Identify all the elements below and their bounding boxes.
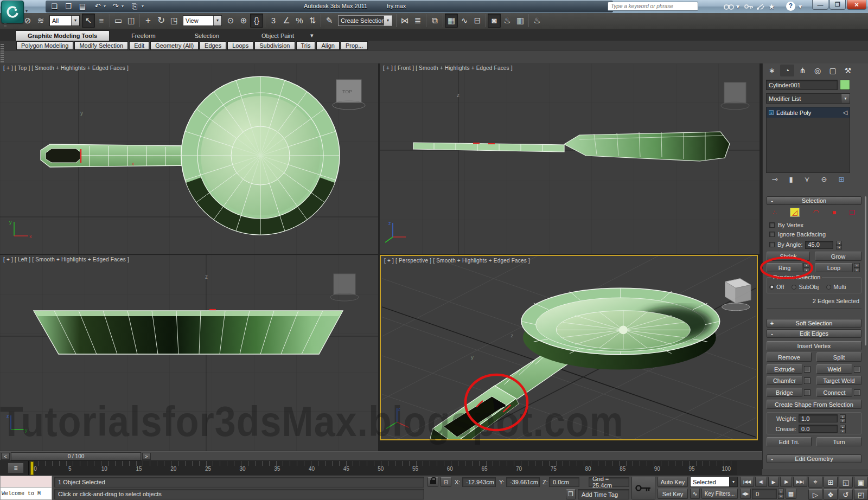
split-button[interactable]: Split (816, 352, 861, 362)
undo-dropdown-icon[interactable]: ▾ (102, 2, 107, 11)
loop-button[interactable]: Loop (815, 263, 853, 272)
modify-tab-icon[interactable]: ◔ (780, 65, 794, 76)
ribbon-panel-button[interactable]: Geometry (All) (150, 41, 199, 50)
tab-object-paint[interactable]: Object Paint (250, 31, 306, 41)
select-by-name-icon[interactable]: ≡ (95, 14, 108, 28)
tab-freeform[interactable]: Freeform (119, 31, 168, 41)
key-filters-button[interactable]: Key Filters... (701, 489, 738, 499)
vertex-subobject-icon[interactable]: ∴ (773, 209, 777, 216)
snaps-toggle-icon[interactable]: 3 (267, 14, 280, 28)
polygon-subobject-icon[interactable]: ■ (832, 209, 836, 216)
weight-spinner[interactable]: ▴▾ (840, 414, 846, 422)
chamfer-button[interactable]: Chamfer (767, 376, 802, 385)
go-to-end-button[interactable]: ▶▶| (793, 477, 807, 487)
extrude-settings-button[interactable] (804, 366, 810, 373)
z-coord-field[interactable]: 0.0cm (549, 477, 579, 487)
pan-model-left-view[interactable] (34, 310, 343, 354)
target-weld-button[interactable]: Target Weld (816, 376, 861, 385)
y-coord-field[interactable]: -39.661cm (506, 477, 540, 487)
crease-spinner[interactable]: ▴▾ (840, 425, 846, 433)
spin-up-icon[interactable]: ▴ (836, 241, 842, 245)
graphite-modeling-tools-toggle-icon[interactable]: ▦ (445, 14, 458, 28)
by-angle-checkbox[interactable] (769, 242, 775, 247)
time-slider-button[interactable]: 0 / 100 (11, 452, 141, 460)
save-file-icon[interactable]: ▤ (77, 2, 88, 11)
viewport-front-label[interactable]: [ + ] [ Front ] [ Smooth + Highlights + … (383, 65, 513, 71)
ribbon-minimize-icon[interactable]: ▾ (306, 30, 318, 41)
fetch-dropdown-icon[interactable]: ▾ (140, 2, 145, 11)
angle-snap-icon[interactable]: ∠ (280, 14, 293, 28)
bind-to-space-warp-icon[interactable]: ≋ (34, 14, 47, 28)
minimize-button[interactable]: — (812, 0, 828, 10)
align-icon[interactable]: ≣ (411, 14, 424, 28)
element-subobject-icon[interactable]: ❒ (849, 209, 855, 216)
selection-lock-button[interactable] (427, 477, 438, 487)
auto-key-button[interactable]: Auto Key (658, 477, 688, 487)
absolute-mode-button[interactable]: ⊡ (441, 477, 451, 487)
key-curve-icon[interactable]: ∿ (690, 489, 700, 499)
ribbon-panel-button[interactable]: Prop... (341, 41, 368, 50)
window-crossing-icon[interactable]: ◫ (125, 14, 138, 28)
key-mode-toggle-button[interactable]: ◀▶ (740, 489, 751, 499)
weld-button[interactable]: Weld (816, 364, 852, 374)
favorites-star-icon[interactable]: ★ (768, 2, 775, 11)
chamfer-settings-button[interactable] (804, 377, 810, 384)
key-mode-dropdown[interactable]: Selected ▾ (690, 477, 738, 487)
edit-edges-rollout-header[interactable]: - Edit Edges (767, 329, 861, 338)
viewport-front[interactable]: [ + ] [ Front ] [ Smooth + Highlights + … (380, 63, 760, 254)
redo-dropdown-icon[interactable]: ▾ (120, 2, 125, 11)
undo-icon[interactable]: ↶ (92, 2, 103, 11)
extrude-button[interactable]: Extrude (767, 364, 802, 374)
zoom-all-button[interactable]: ⊞ (824, 477, 838, 488)
edit-geometry-rollout-header[interactable]: - Edit Geometry (767, 454, 861, 463)
by-angle-row[interactable]: By Angle: 45.0 ▴ ▾ (769, 240, 842, 249)
select-object-icon[interactable]: ↖ (82, 14, 95, 28)
by-angle-spinner[interactable]: ▴ ▾ (836, 241, 842, 249)
by-vertex-checkbox[interactable] (769, 222, 775, 228)
insert-vertex-button[interactable]: Insert Vertex (767, 341, 861, 350)
set-keys-button[interactable] (631, 477, 655, 499)
edit-named-selection-sets-icon[interactable]: ✎ (323, 14, 336, 28)
zoom-extents-button[interactable]: ◱ (839, 477, 853, 488)
object-name-field[interactable]: Cylinder001 (766, 80, 838, 90)
pan-button[interactable]: ❖ (824, 489, 838, 500)
viewport-top[interactable]: [ + ] [ Top ] [ Smooth + Highlights + Ed… (0, 63, 378, 254)
shrink-button[interactable]: Shrink (767, 252, 810, 261)
motion-tab-icon[interactable]: ◎ (810, 65, 825, 76)
connect-button[interactable]: Connect (816, 388, 852, 397)
viewport-top-label[interactable]: [ + ] [ Top ] [ Smooth + Highlights + Ed… (3, 65, 129, 71)
time-configuration-button[interactable]: ▦ (786, 489, 796, 499)
zoom-button[interactable]: ⌖ (808, 477, 822, 488)
viewport-perspective[interactable]: [ + ] [ Perspective ] [ Smooth + Highlig… (380, 255, 758, 440)
viewport-left[interactable]: [ + ] [ Left ] [ Smooth + Highlights + E… (0, 255, 378, 451)
new-file-icon[interactable]: ❏ (49, 2, 60, 11)
object-color-swatch[interactable] (840, 80, 850, 90)
set-key-button[interactable]: Set Key (658, 489, 688, 499)
mirror-icon[interactable]: ⋈ (398, 14, 411, 28)
grow-button[interactable]: Grow (815, 252, 861, 261)
border-subobject-icon[interactable]: ◠ (813, 208, 819, 216)
next-frame-arrow[interactable]: > (142, 453, 151, 460)
communication-center-icon[interactable] (756, 2, 765, 11)
ribbon-panel-button[interactable]: Subdivision (254, 41, 295, 50)
by-vertex-row[interactable]: By Vertex (769, 222, 803, 228)
preview-subobj-radio[interactable] (792, 285, 796, 290)
fetch-icon[interactable]: ⎘ (129, 2, 140, 11)
ribbon-panel-button[interactable]: Modify Selection (74, 41, 128, 50)
mini-curve-editor-button[interactable]: ≡ (8, 463, 24, 473)
create-shape-button[interactable]: Create Shape From Selection (767, 400, 861, 409)
maximize-viewport-button[interactable]: ◰ (854, 489, 868, 500)
modifier-stack-row[interactable]: + Editable Poly ◁ (767, 107, 850, 118)
pan-body-top-view[interactable] (181, 76, 340, 235)
field-of-view-button[interactable]: ▷ (808, 489, 822, 500)
percent-snap-icon[interactable]: % (293, 14, 306, 28)
modifier-list-dropdown[interactable]: Modifier List ▾ (766, 93, 850, 104)
maxscript-listener-white[interactable]: Welcome to M (0, 488, 52, 500)
preview-multi-radio[interactable] (826, 285, 831, 290)
schematic-view-icon[interactable]: ⊟ (471, 14, 484, 28)
go-to-start-button[interactable]: |◀◀ (740, 477, 754, 487)
add-time-tag-field[interactable]: Add Time Tag (578, 489, 629, 499)
frame-spinner[interactable]: ▴▾ (778, 489, 784, 499)
ribbon-panel-button[interactable]: Edit (129, 41, 149, 50)
ignore-backfacing-checkbox[interactable] (769, 232, 775, 237)
